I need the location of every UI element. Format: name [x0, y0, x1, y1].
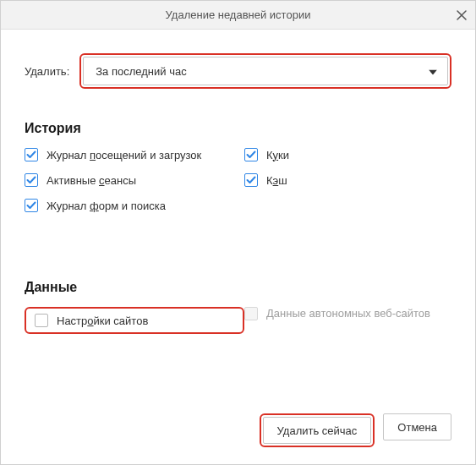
checkbox-forms-search[interactable] — [25, 199, 38, 212]
checkbox-cache[interactable] — [244, 173, 258, 187]
dialog-content: Удалить: За последний час История Журнал… — [1, 30, 475, 464]
time-range-highlight: За последний час — [79, 53, 451, 89]
label-active-sessions[interactable]: Активные сеансы — [47, 174, 136, 187]
label-site-prefs[interactable]: Настройки сайтов — [57, 315, 148, 327]
close-icon[interactable] — [455, 8, 468, 22]
clear-now-button[interactable]: Удалить сейчас — [263, 417, 372, 444]
data-heading: Данные — [25, 280, 451, 295]
time-range-row: Удалить: За последний час — [25, 53, 451, 89]
cancel-button[interactable]: Отмена — [383, 413, 451, 440]
data-group: Настройки сайтов Данные автономных веб-с… — [25, 307, 451, 334]
time-range-label: Удалить: — [25, 65, 69, 78]
label-browsing-downloads[interactable]: Журнал посещений и загрузок — [47, 149, 201, 161]
confirm-highlight: Удалить сейчас — [260, 413, 375, 447]
checkbox-active-sessions[interactable] — [25, 173, 38, 187]
clear-history-dialog: Удаление недавней истории Удалить: За по… — [0, 0, 476, 465]
label-offline-data: Данные автономных веб-сайтов — [266, 307, 430, 320]
checkbox-row-site-prefs: Настройки сайтов — [35, 314, 234, 327]
chevron-down-icon — [429, 65, 437, 78]
checkbox-cookies[interactable] — [244, 148, 258, 161]
checkbox-site-prefs[interactable] — [35, 314, 48, 327]
checkbox-row-browsing-downloads: Журнал посещений и загрузок — [25, 148, 244, 161]
label-forms-search[interactable]: Журнал форм и поиска — [47, 200, 166, 212]
titlebar: Удаление недавней истории — [1, 1, 475, 30]
label-cookies[interactable]: Куки — [266, 149, 289, 161]
label-cache[interactable]: Кэш — [266, 174, 287, 187]
time-range-select[interactable]: За последний час — [83, 57, 448, 85]
site-prefs-highlight: Настройки сайтов — [25, 307, 244, 334]
checkbox-row-active-sessions: Активные сеансы — [25, 173, 244, 187]
checkbox-row-forms-search: Журнал форм и поиска — [25, 199, 244, 212]
checkbox-browsing-downloads[interactable] — [25, 148, 38, 161]
checkbox-row-offline-data: Данные автономных веб-сайтов — [244, 307, 451, 320]
site-prefs-wrap: Настройки сайтов — [25, 307, 244, 334]
dialog-title: Удаление недавней истории — [166, 8, 311, 21]
checkbox-row-cache: Кэш — [244, 173, 451, 187]
history-group: Журнал посещений и загрузок Куки Активны… — [25, 148, 451, 212]
dialog-footer: Удалить сейчас Отмена — [25, 391, 451, 447]
checkbox-offline-data — [244, 307, 258, 320]
checkbox-row-cookies: Куки — [244, 148, 451, 161]
history-heading: История — [25, 121, 451, 136]
time-range-value: За последний час — [96, 65, 186, 78]
